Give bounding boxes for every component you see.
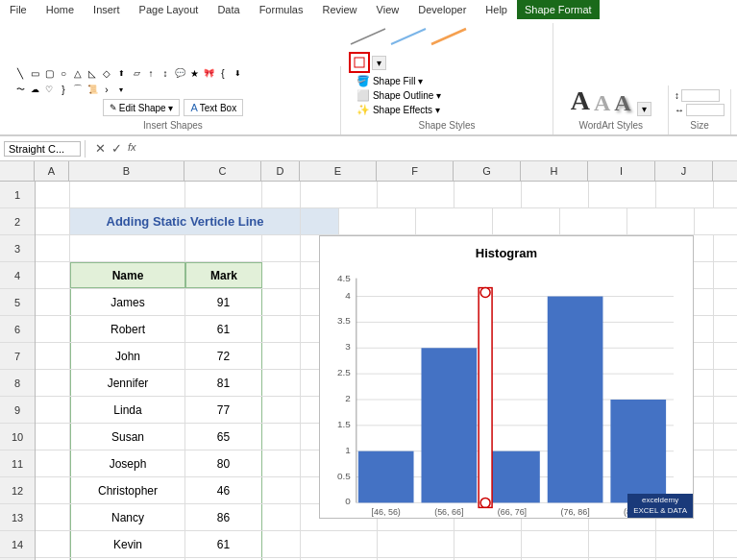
arrow2-icon[interactable]: ↕ (159, 66, 172, 80)
cell-h14[interactable] (522, 531, 589, 557)
wordart-style-1[interactable]: A (571, 85, 590, 116)
vertical-line-shape[interactable] (479, 288, 492, 508)
cell-d8[interactable] (262, 370, 301, 396)
col-header-b[interactable]: B (69, 161, 184, 181)
shape-effects-button[interactable]: ✨ Shape Effects ▾ (356, 104, 441, 116)
cancel-icon[interactable]: ✕ (95, 141, 106, 156)
cell-g1[interactable] (454, 182, 522, 207)
scroll-up-icon[interactable]: ⬆ (114, 66, 128, 80)
cell-c8[interactable]: 81 (185, 370, 262, 396)
cell-c11[interactable]: 80 (185, 450, 262, 476)
cell-a12[interactable] (36, 477, 70, 503)
formula-input[interactable] (146, 142, 733, 156)
style-more-button[interactable]: ▾ (372, 56, 386, 70)
row-header-5[interactable]: 5 (0, 289, 35, 316)
cell-c9[interactable]: 77 (185, 397, 262, 423)
brace-icon[interactable]: } (57, 83, 70, 96)
cell-d12[interactable] (262, 477, 301, 503)
cell-a9[interactable] (36, 397, 70, 423)
shape-outline-button[interactable]: ⬜ Shape Outline ▾ (356, 89, 441, 102)
cell-j1[interactable] (656, 182, 714, 207)
star-icon[interactable]: ★ (187, 66, 201, 80)
cell-b4-header[interactable]: Name (70, 262, 185, 288)
bracket-icon[interactable]: { (216, 66, 230, 80)
cell-e1[interactable] (301, 182, 378, 207)
round-rect-icon[interactable]: ▢ (42, 66, 56, 80)
style-line-3[interactable] (430, 23, 468, 50)
wordart-style-3[interactable]: A (614, 90, 630, 116)
cell-f2[interactable] (416, 208, 493, 234)
row-header-12[interactable]: 12 (0, 477, 35, 504)
cell-a10[interactable] (36, 424, 70, 450)
cell-h2[interactable] (560, 208, 627, 234)
col-header-d[interactable]: D (261, 161, 300, 181)
cell-b3[interactable] (70, 235, 185, 261)
arc-icon[interactable]: ⌒ (71, 83, 85, 96)
arrow-icon[interactable]: ↑ (144, 66, 158, 80)
cell-a13[interactable] (36, 504, 70, 530)
cell-c13[interactable]: 86 (185, 504, 262, 530)
row-header-7[interactable]: 7 (0, 343, 35, 370)
name-box[interactable] (4, 141, 81, 157)
parallelogram-icon[interactable]: ▱ (130, 66, 143, 80)
cell-c3[interactable] (185, 235, 262, 261)
col-header-f[interactable]: F (377, 161, 454, 181)
tab-review[interactable]: Review (312, 0, 366, 19)
cell-a8[interactable] (36, 370, 70, 396)
cell-e14[interactable] (301, 531, 378, 557)
cell-a1[interactable] (36, 182, 70, 207)
cell-g14[interactable] (454, 531, 522, 557)
row-header-6[interactable]: 6 (0, 316, 35, 343)
cell-d7[interactable] (262, 343, 301, 369)
row-header-8[interactable]: 8 (0, 370, 35, 397)
cell-d5[interactable] (262, 289, 301, 315)
ribbon-icon[interactable]: 🎀 (202, 66, 215, 80)
tab-developer[interactable]: Developer (408, 0, 476, 19)
row-header-13[interactable]: 13 (0, 504, 35, 531)
cell-e2[interactable] (339, 208, 416, 234)
col-header-e[interactable]: E (300, 161, 377, 181)
cell-b12[interactable]: Christopher (70, 477, 185, 503)
cell-b5[interactable]: James (70, 289, 185, 315)
tab-data[interactable]: Data (208, 0, 249, 19)
cell-d13[interactable] (262, 504, 301, 530)
cell-d2[interactable] (301, 208, 339, 234)
style-line-1[interactable] (349, 23, 387, 50)
cell-h1[interactable] (522, 182, 589, 207)
cell-f14[interactable] (378, 531, 454, 557)
cell-f1[interactable] (378, 182, 454, 207)
tab-insert[interactable]: Insert (84, 0, 130, 19)
row-header-10[interactable]: 10 (0, 424, 35, 450)
cell-b9[interactable]: Linda (70, 397, 185, 423)
tab-page-layout[interactable]: Page Layout (130, 0, 209, 19)
cell-b8[interactable]: Jennifer (70, 370, 185, 396)
cell-d10[interactable] (262, 424, 301, 450)
tab-view[interactable]: View (367, 0, 409, 19)
heart-icon[interactable]: ♡ (42, 83, 56, 96)
row-header-4[interactable]: 4 (0, 262, 35, 289)
row-header-14[interactable]: 14 (0, 531, 35, 558)
col-header-a[interactable]: A (35, 161, 69, 181)
collapse-icon[interactable]: ▾ (114, 83, 128, 96)
cell-i14[interactable] (589, 531, 656, 557)
oval-icon[interactable]: ○ (57, 66, 70, 80)
cell-a6[interactable] (36, 316, 70, 342)
confirm-icon[interactable]: ✓ (111, 141, 122, 156)
scroll-icon[interactable]: 📜 (86, 83, 99, 96)
tab-shape-format[interactable]: Shape Format (517, 0, 600, 19)
cell-b13[interactable]: Nancy (70, 504, 185, 530)
cell-c4-header[interactable]: Mark (185, 262, 262, 288)
col-header-i[interactable]: I (588, 161, 655, 181)
chevron-icon[interactable]: › (100, 83, 113, 96)
tab-file[interactable]: File (0, 0, 37, 19)
cell-b2-title[interactable]: Adding Static Verticle Line (70, 208, 301, 234)
callout-icon[interactable]: 💬 (173, 66, 186, 80)
tab-home[interactable]: Home (37, 0, 84, 19)
col-header-j[interactable]: J (655, 161, 713, 181)
cell-a14[interactable] (36, 531, 70, 557)
cell-j14[interactable] (656, 531, 714, 557)
style-line-2[interactable] (389, 23, 428, 50)
cell-b1[interactable] (70, 182, 185, 207)
cell-i2[interactable] (627, 208, 695, 234)
width-input[interactable] (686, 104, 725, 116)
